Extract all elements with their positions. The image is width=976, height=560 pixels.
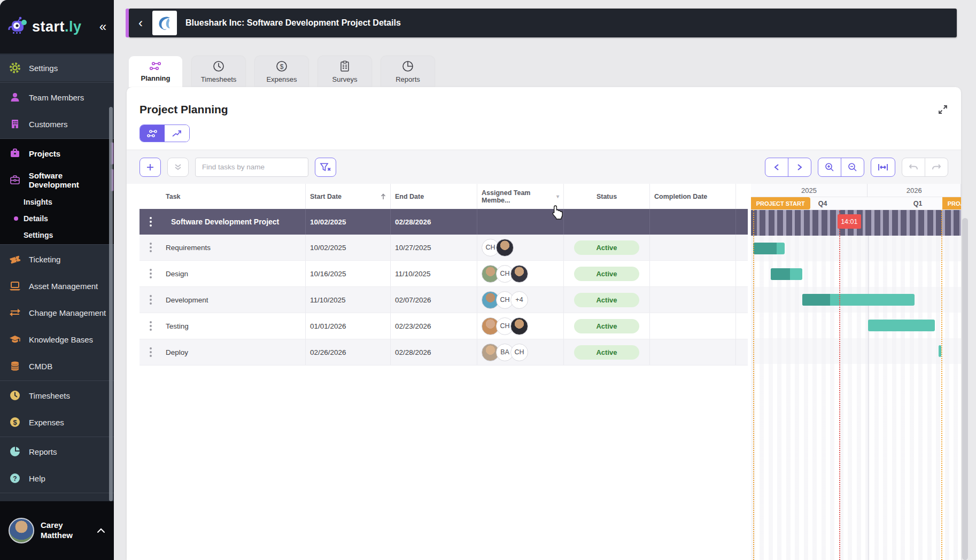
assignee-avatars: CH+4 bbox=[482, 291, 528, 309]
fit-width-button[interactable] bbox=[871, 158, 895, 177]
task-row-deploy[interactable]: Deploy02/26/202602/28/2026BACHActive bbox=[140, 339, 748, 365]
sidebar-item-change-management[interactable]: Change Management bbox=[0, 299, 114, 326]
row-menu-button[interactable] bbox=[150, 217, 152, 227]
sidebar-item-help[interactable]: ?Help bbox=[0, 465, 114, 492]
progress-fill bbox=[753, 243, 777, 254]
gantt-view-button[interactable] bbox=[140, 125, 165, 142]
assignee-avatars: CH bbox=[482, 317, 528, 335]
user-avatar bbox=[9, 518, 34, 543]
robot-logo-icon bbox=[7, 16, 29, 37]
sidebar-subitem-settings[interactable]: Settings bbox=[0, 227, 114, 243]
row-menu-button[interactable] bbox=[150, 321, 152, 331]
row-menu-button[interactable] bbox=[150, 243, 152, 252]
tab-expenses[interactable]: $Expenses bbox=[255, 56, 308, 87]
gantt-bar-testing[interactable] bbox=[868, 320, 935, 331]
gantt-bar-development[interactable] bbox=[802, 294, 915, 306]
page-title: Blueshark Inc: Software Development Proj… bbox=[185, 18, 401, 28]
sidebar-subitem-details[interactable]: Details bbox=[0, 210, 114, 227]
col-completion[interactable]: Completion Date bbox=[654, 193, 707, 200]
col-task[interactable]: Task bbox=[166, 193, 181, 200]
sidebar-item-timesheets[interactable]: Timesheets bbox=[0, 382, 114, 409]
tab-timesheets[interactable]: Timesheets bbox=[192, 56, 245, 87]
dollar-outline-icon: $ bbox=[275, 60, 288, 73]
add-task-button[interactable] bbox=[140, 158, 161, 177]
sidebar-item-reports[interactable]: Reports bbox=[0, 438, 114, 465]
back-button[interactable]: ‹ bbox=[129, 9, 152, 37]
col-assigned[interactable]: Assigned Team Membe... bbox=[482, 189, 556, 204]
sidebar-subitem-label: Details bbox=[24, 214, 48, 223]
planning-card: Project Planning bbox=[127, 87, 961, 560]
col-end-date[interactable]: End Date bbox=[395, 193, 424, 200]
project-end-flag: PROJECT END bbox=[942, 197, 961, 209]
undo-button[interactable] bbox=[902, 158, 925, 176]
task-row-testing[interactable]: Testing01/01/202602/23/2026CHActive bbox=[140, 313, 748, 339]
task-row-design[interactable]: Design10/16/202511/10/2025CHActive bbox=[140, 261, 748, 287]
sidebar-item-label: Expenses bbox=[29, 418, 64, 427]
sidebar-item-team-members[interactable]: Team Members bbox=[0, 84, 114, 111]
row-menu-button[interactable] bbox=[150, 347, 152, 357]
sidebar-item-knowledge-bases[interactable]: Knowledge Bases bbox=[0, 326, 114, 353]
zoom-in-button[interactable] bbox=[818, 158, 841, 176]
section-title: Project Planning bbox=[140, 103, 228, 116]
sidebar-item-settings[interactable]: Settings bbox=[0, 55, 114, 81]
column-menu-icon[interactable]: ▾ bbox=[556, 193, 559, 199]
chevron-up-icon[interactable] bbox=[97, 528, 105, 533]
scroll-left-button[interactable] bbox=[765, 158, 788, 176]
assignee-avatars: BACH bbox=[482, 344, 528, 361]
sidebar-item-software-development[interactable]: Software Development bbox=[0, 167, 114, 193]
quarter-label: Q4 bbox=[818, 197, 827, 209]
zoom-out-button[interactable] bbox=[841, 158, 864, 176]
task-row-development[interactable]: Development11/10/202502/07/2026CH+4Activ… bbox=[140, 287, 748, 313]
summary-row[interactable]: Software Development Project10/02/202502… bbox=[140, 209, 748, 235]
col-status[interactable]: Status bbox=[597, 193, 617, 200]
row-menu-button[interactable] bbox=[150, 295, 152, 305]
sidebar-collapse-icon[interactable]: « bbox=[99, 19, 106, 34]
collapse-all-button[interactable] bbox=[167, 158, 189, 177]
sidebar-item-ticketing[interactable]: Ticketing bbox=[0, 246, 114, 273]
status-badge: Active bbox=[574, 319, 639, 333]
sidebar-item-cmdb[interactable]: CMDB bbox=[0, 353, 114, 379]
sidebar-subitem-insights[interactable]: Insights bbox=[0, 193, 114, 210]
tab-reports[interactable]: Reports bbox=[381, 56, 435, 87]
row-menu-button[interactable] bbox=[150, 269, 152, 278]
sidebar-item-label: Team Members bbox=[29, 93, 84, 102]
table-header-row: TaskStart DateEnd DateAssigned Team Memb… bbox=[140, 184, 748, 209]
dollar-filled-icon: $ bbox=[9, 416, 21, 429]
project-start-flag: PROJECT START bbox=[751, 197, 810, 209]
gantt-body: 14:01 bbox=[751, 210, 961, 560]
gantt-bar-requirements[interactable] bbox=[753, 243, 785, 254]
task-start-date: 01/01/2026 bbox=[310, 322, 346, 330]
col-start-date[interactable]: Start Date bbox=[310, 193, 342, 200]
status-badge: Active bbox=[574, 345, 639, 360]
sort-asc-icon[interactable] bbox=[381, 193, 386, 200]
tab-planning[interactable]: Planning bbox=[129, 56, 182, 87]
transfer-icon bbox=[9, 306, 21, 319]
sidebar-item-projects[interactable]: Projects bbox=[0, 140, 114, 167]
summary-end-date: 02/28/2026 bbox=[395, 218, 431, 226]
sidebar-item-expenses[interactable]: $Expenses bbox=[0, 409, 114, 435]
year-label: 2025 bbox=[751, 184, 868, 197]
fullscreen-icon[interactable] bbox=[938, 104, 948, 115]
sidebar-item-label: Help bbox=[29, 474, 45, 483]
sidebar-scrollbar[interactable] bbox=[109, 107, 113, 501]
sidebar-item-asset-management[interactable]: Asset Management bbox=[0, 273, 114, 299]
sidebar-item-customers[interactable]: Customers bbox=[0, 111, 114, 137]
tab-surveys[interactable]: Surveys bbox=[318, 56, 371, 87]
brand-name: start.ly bbox=[32, 19, 82, 35]
scroll-right-button[interactable] bbox=[788, 158, 811, 176]
chart-view-button[interactable] bbox=[165, 125, 189, 142]
nav-group-2: ProjectsSoftware DevelopmentInsightsDeta… bbox=[0, 139, 114, 245]
vertical-scrollbar[interactable] bbox=[962, 218, 968, 560]
building-icon bbox=[9, 118, 21, 130]
assignee-avatars: CH bbox=[482, 239, 514, 256]
user-menu[interactable]: CareyMatthew bbox=[0, 501, 114, 560]
pie-filled-icon bbox=[9, 445, 21, 458]
redo-button[interactable] bbox=[925, 158, 948, 176]
clear-filter-button[interactable] bbox=[315, 158, 336, 177]
gantt-bar-design[interactable] bbox=[771, 268, 802, 280]
dolphin-icon bbox=[155, 13, 174, 33]
task-search-input[interactable] bbox=[195, 158, 308, 177]
status-badge: Active bbox=[574, 240, 639, 255]
task-row-requirements[interactable]: Requirements10/02/202510/27/2025CHActive bbox=[140, 235, 748, 261]
progress-fill bbox=[771, 268, 791, 280]
